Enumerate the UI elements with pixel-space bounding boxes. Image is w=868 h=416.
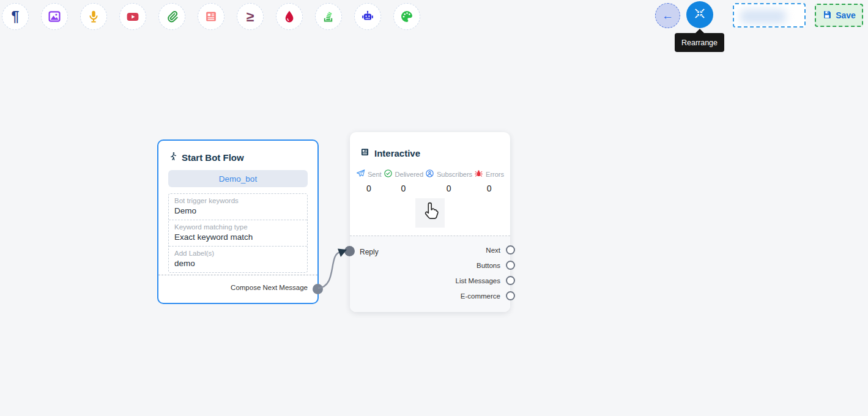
stat-value: 0: [401, 184, 406, 193]
toolbar-image-button[interactable]: [41, 3, 68, 30]
interactive-node-header: Interactive: [360, 147, 420, 159]
stat-label: Delivered: [395, 171, 423, 178]
field-label: Bot trigger keywords: [174, 197, 302, 204]
output-label: E-commerce: [461, 292, 500, 300]
stat-label: Subscribers: [437, 171, 472, 178]
tooltip-text: Rearrange: [681, 39, 718, 47]
start-node-fields: Bot trigger keywords Demo Keyword matchi…: [168, 193, 308, 273]
component-toolbar: ¶ ≥: [2, 3, 420, 30]
buttons-output-connector[interactable]: [506, 261, 515, 270]
hand-pointer-icon: [421, 201, 439, 225]
droplet-icon: [282, 9, 297, 24]
compress-arrows-icon: [693, 7, 707, 23]
toolbar-stack-button[interactable]: [315, 3, 342, 30]
reply-input-label: Reply: [360, 248, 379, 256]
mouse-cursor: [415, 198, 445, 228]
bot-name-field[interactable]: Demo_bot: [168, 170, 308, 187]
rearrange-button[interactable]: [686, 1, 713, 28]
stat-sent: Sent 0: [356, 169, 382, 193]
reply-input-connector[interactable]: [344, 246, 355, 256]
robot-icon: [360, 9, 375, 24]
arrow-left-icon: ←: [662, 9, 673, 23]
toolbar-bot-button[interactable]: [354, 3, 381, 30]
list-messages-output-connector[interactable]: [506, 276, 515, 285]
field-value: demo: [174, 259, 302, 268]
toolbar-video-button[interactable]: [119, 3, 146, 30]
toolbar-drip-button[interactable]: [276, 3, 303, 30]
node-footer-divider: [158, 275, 317, 275]
redacted-action-button[interactable]: [733, 3, 806, 28]
pilcrow-icon: ¶: [12, 10, 20, 24]
blurred-content: [740, 10, 786, 23]
output-row-buttons: Buttons: [477, 261, 515, 270]
start-bot-flow-node[interactable]: Start Bot Flow Demo_bot Bot trigger keyw…: [157, 139, 319, 304]
image-icon: [47, 9, 62, 24]
field-matching-type: Keyword matching type Exact keyword matc…: [169, 220, 307, 246]
rearrange-tooltip: Rearrange: [675, 33, 724, 52]
save-button-label: Save: [836, 10, 856, 20]
field-label: Add Label(s): [174, 250, 302, 257]
floppy-disk-icon: [822, 10, 832, 21]
stat-delivered: Delivered 0: [384, 169, 423, 193]
start-node-title: Start Bot Flow: [182, 152, 244, 163]
back-button[interactable]: ←: [655, 3, 680, 28]
output-row-next: Next: [486, 245, 515, 254]
toolbar-text-button[interactable]: ¶: [2, 3, 29, 30]
output-row-list-messages: List Messages: [455, 276, 515, 285]
stat-subscribers: Subscribers 0: [425, 169, 472, 193]
field-value: Exact keyword match: [174, 232, 302, 242]
greater-equal-icon: ≥: [247, 10, 254, 24]
stat-label: Sent: [368, 171, 382, 178]
stat-value: 0: [487, 184, 492, 193]
output-label: List Messages: [455, 277, 500, 284]
toolbar-condition-button[interactable]: ≥: [237, 3, 264, 30]
output-label: Buttons: [477, 262, 500, 269]
start-node-header: Start Bot Flow: [168, 151, 244, 163]
field-value: Demo: [174, 206, 302, 215]
ecommerce-output-connector[interactable]: [506, 291, 515, 300]
youtube-icon: [125, 9, 140, 24]
newspaper-icon: [360, 147, 370, 159]
newspaper-icon: [204, 9, 218, 24]
check-circle-icon: [384, 169, 393, 179]
field-trigger-keywords: Bot trigger keywords Demo: [169, 194, 307, 220]
compose-next-message-connector[interactable]: [313, 284, 323, 294]
stat-label: Errors: [486, 171, 504, 178]
toolbar-audio-button[interactable]: [80, 3, 107, 30]
save-button[interactable]: Save: [815, 4, 863, 27]
palette-icon: [399, 9, 414, 24]
compose-next-message-label: Compose Next Message: [231, 284, 308, 291]
next-output-connector[interactable]: [506, 245, 515, 254]
bot-name-value: Demo_bot: [219, 174, 257, 184]
output-label: Next: [486, 247, 500, 254]
field-label: Keyword matching type: [174, 223, 302, 231]
subscriber-icon: [425, 169, 434, 179]
send-icon: [356, 169, 365, 179]
toolbar-news-button[interactable]: [198, 3, 224, 30]
stat-value: 0: [447, 184, 451, 193]
stack-icon: [321, 9, 336, 24]
microphone-icon: [86, 9, 101, 24]
flow-builder-canvas: ¶ ≥ ←: [0, 0, 868, 416]
toolbar-file-button[interactable]: [158, 3, 185, 30]
stat-errors: Errors 0: [474, 169, 504, 193]
field-add-labels: Add Label(s) demo: [169, 246, 307, 272]
paperclip-icon: [165, 9, 179, 24]
bug-icon: [474, 169, 483, 179]
node-stats: Sent 0 Delivered 0 Subscribers 0: [356, 169, 504, 193]
toolbar-theme-button[interactable]: [393, 3, 420, 30]
output-row-ecommerce: E-commerce: [461, 291, 515, 300]
walking-person-icon: [168, 151, 178, 163]
stat-value: 0: [366, 184, 371, 193]
interactive-node-title: Interactive: [374, 148, 420, 158]
